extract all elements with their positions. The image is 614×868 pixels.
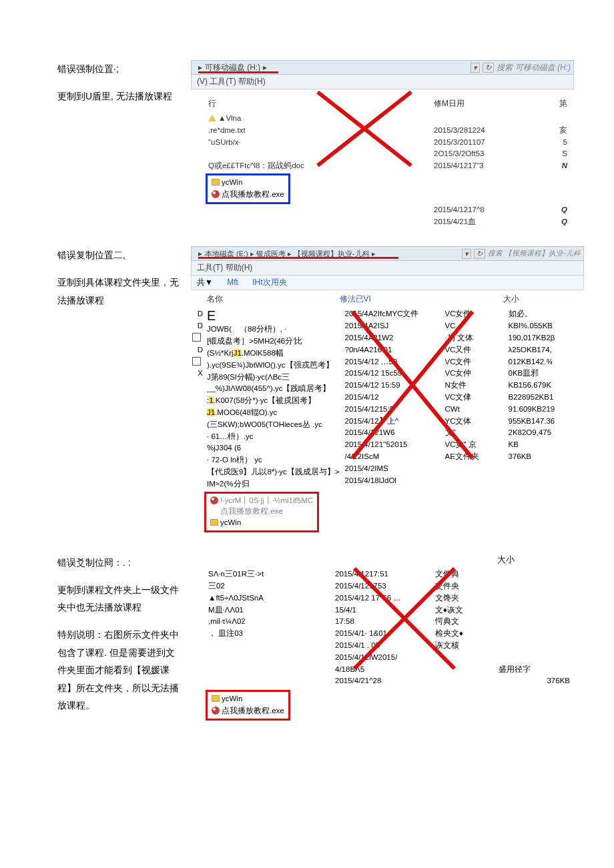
tb-new[interactable]: IHt次用央	[252, 277, 286, 288]
tb-mft[interactable]: Mft	[227, 278, 238, 287]
cell: 三02	[208, 580, 330, 592]
file-date	[434, 113, 527, 125]
file-type: N	[527, 160, 567, 172]
sec3-colC: 文件典交件央文馋夹文♦诙文愕典文检央文♦诙文核	[432, 568, 496, 687]
sec2-right: ▸ 本地磁盘 (E:) ▸ 银成医考 ▸ 【视频课程】执业-儿科 ▸ ▾ ↻ 搜…	[191, 246, 584, 535]
cell: CWt	[445, 404, 503, 416]
sec3-l1: 错误爻制位冏：. :	[57, 554, 182, 572]
cell: 012KB142.¾	[509, 356, 580, 368]
cell: 2015/4/18lJdOl	[345, 475, 440, 487]
cell: 91.609KB219	[509, 404, 580, 416]
sec2-l2: 亚制到具体课程文件夹里，无法播放课程	[57, 274, 182, 309]
section-3: 错误爻制位冏：. : 更制到课程文件夹上一级文件夹中也无法播放课程 特别说明：右…	[57, 554, 574, 724]
cell: 2015/4/1 . 05	[335, 640, 430, 652]
list-item[interactable]: Q或e££TFtc^l8：踞战蚂doc2015/4/1217''3N	[206, 160, 570, 172]
sec2-colB: 2015/4A2IfcMYC文件2015/4A2ISJ2015/4A21W2?0…	[342, 308, 442, 490]
cell: 2015/4/12 17"56 …	[335, 592, 430, 604]
exe-icon	[212, 707, 220, 715]
sec3-l3: 特别说明：右图所示文件夹中包含了课程. 但是需要进到文件夹里面才能看到【视媛课程…	[57, 626, 182, 715]
cell: 交件央	[435, 580, 493, 592]
ycwin-folder[interactable]: ycWin	[220, 518, 241, 526]
ycwin-folder[interactable]: ycWin	[222, 695, 242, 703]
sec3-l2: 更制到课程文件夹上一级文件夹中也无法播放课程	[57, 581, 182, 616]
cell: ?0n/4A216O1	[345, 344, 440, 356]
triangle-icon	[208, 115, 216, 121]
cell: 2015/4/12】上^	[345, 416, 440, 428]
list-item[interactable]: .re*dme.txt2015/3/281224亥	[206, 125, 570, 137]
cell: 如必。	[509, 308, 580, 320]
sec2-colC: VC女件VC·为 文体VC又件VC文件VC女仲N女件VC文侓CWtYC文体文"V…	[442, 308, 506, 490]
sec2-headers: 名你 修法已VI 大小	[204, 292, 583, 308]
search-box[interactable]: 搜索 【视频课程】执业-儿科	[488, 249, 580, 258]
file-type	[527, 113, 567, 125]
file-name: .re*dme.txt	[208, 126, 246, 134]
sec2-toolbar[interactable]: 共▼ Mft IHt次用央	[191, 276, 584, 290]
cell: :1.K007(58分*)·yc【被戍国考】	[207, 395, 340, 407]
sec2-menubar[interactable]: 工具(T) 帮助(H)	[191, 261, 584, 276]
file-date: 2015/3/281224	[434, 125, 527, 137]
cell: 文馋夹	[435, 592, 493, 604]
cell: VC女件	[445, 308, 503, 320]
list-item[interactable]: ▲Vlna	[206, 113, 570, 125]
cell: 17:58	[335, 616, 430, 628]
refresh-button[interactable]: ↻	[483, 63, 494, 73]
cell: 2015/4/1215:5	[345, 404, 440, 416]
cell: VC又件	[445, 344, 503, 356]
cell: ·为 文体	[445, 332, 503, 344]
cell: 2015/4/1217:51	[335, 568, 430, 580]
sec2-left: 错误复制位置二, 亚制到具体课程文件夹里，无法播放课程	[57, 246, 191, 535]
cell: 2015/4/2IMS	[345, 463, 440, 475]
cell: 4/18BΛ5	[335, 664, 430, 676]
file-date: 2015/3/201107	[434, 137, 527, 149]
cell: IM≈2(%分归	[207, 478, 340, 490]
search-box[interactable]: 搜索 可移动磁盘 (H:)	[497, 62, 571, 73]
ycwin-folder[interactable]: ycWin	[222, 178, 242, 186]
file-type: S	[527, 148, 567, 160]
cell: 0KB皿邪	[509, 368, 580, 380]
sec2-addrbar[interactable]: ▸ 本地磁盘 (E:) ▸ 银成医考 ▸ 【视频课程】执业-儿科 ▸ ▾ ↻ 搜…	[191, 246, 584, 261]
cell: λ25OKB174,	[509, 344, 580, 356]
hdr-size: 大小	[497, 554, 574, 566]
sec2-l1: 错误复制位置二,	[57, 246, 182, 264]
row-glyph: D	[192, 344, 204, 356]
list-item: 2015/4/21血Q	[206, 216, 570, 228]
row-glyph	[192, 356, 204, 368]
cell: 190,017KB2β	[509, 332, 580, 344]
cell: 2015/4/1· 1&01	[335, 628, 430, 640]
cell: 2015/4/12 …50	[345, 356, 440, 368]
list-item[interactable]: "uSUrb/x·2015/3/2011075	[206, 137, 570, 149]
cell: ,mil·τ¼Λ02	[208, 616, 330, 628]
cell: 诙文核	[435, 640, 493, 652]
cell: KB156.679K	[509, 380, 580, 392]
sec3-colA: SΛ·n三01R三·>t三02▲ft5÷Λ0JStSnAM皿·ΛΛ01,mil·…	[206, 568, 332, 687]
tb-share[interactable]: 共▼	[197, 277, 213, 288]
cell: (三SKW);bWO05(TOHieces丛 .yc	[207, 419, 340, 431]
file-date: 2015/4/1217''3	[434, 160, 527, 172]
dropdown-button[interactable]: ▾	[462, 249, 471, 259]
sec2-list: 名你 修法已VI 大小 DDDX Ε JOWB( （88分枡）, ·[锻成盘考］…	[191, 290, 584, 535]
cell: VC	[445, 320, 503, 332]
dropdown-button[interactable]: ▾	[471, 63, 480, 73]
refresh-button[interactable]: ↻	[474, 249, 485, 259]
play-exe[interactable]: 点我播放教程.exe	[222, 707, 284, 715]
row-glyph: X	[192, 368, 204, 380]
cell: 2015/4/12lW2015/	[335, 652, 430, 664]
sec1-addrbar[interactable]: ▸ 可移动磁盘 (H:) ▸ ▾ ↻ 搜索 可移动磁盘 (H:)	[191, 60, 574, 75]
cell: 2015/4A21W2	[345, 332, 440, 344]
list-item[interactable]: 2O15/3/2Oft53S	[206, 148, 570, 160]
cell: 2015/4A2ISJ	[345, 320, 440, 332]
sec1-menubar[interactable]: (V) 工具(T) 帮助(H)	[191, 75, 574, 89]
cell: VC女仲	[445, 368, 503, 380]
cell: ， 皿注03	[208, 628, 330, 640]
folder-icon	[210, 519, 218, 526]
cell: AE文件夹	[445, 451, 503, 463]
play-exe[interactable]: 点我播放教程.exe	[222, 190, 284, 198]
play-exe[interactable]: 点我播放教程.exe	[220, 507, 283, 515]
cell: 2015/4/12 15:59	[345, 380, 440, 392]
hdr-date: 修M日用	[434, 98, 527, 109]
cell: 15/4/1	[335, 604, 430, 616]
file-date: 2015/4/21血	[434, 216, 527, 228]
sec2-colD: 如必。KBI%.055KB190,017KB2βλ25OKB174,012KB1…	[506, 308, 583, 490]
cell: N女件	[445, 380, 503, 392]
cell: J1.MOO6(48辊O).yc	[207, 407, 340, 419]
